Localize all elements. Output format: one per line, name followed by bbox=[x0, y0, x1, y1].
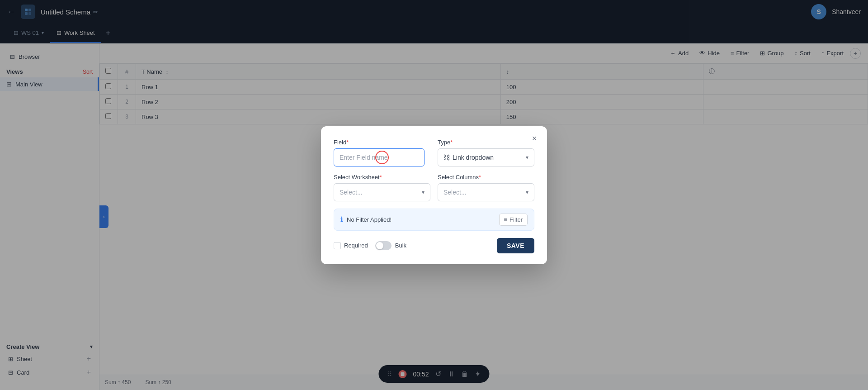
columns-select-group: Select Columns* Select... ▾ bbox=[438, 174, 534, 201]
type-chevron-icon: ▾ bbox=[526, 154, 528, 161]
required-checkbox-box[interactable] bbox=[334, 242, 341, 249]
field-required-asterisk: * bbox=[346, 139, 349, 146]
no-filter-message: No Filter Applied! bbox=[347, 216, 392, 223]
ws-required-asterisk: * bbox=[380, 174, 382, 181]
columns-chevron-icon: ▾ bbox=[526, 189, 528, 195]
modal-overlay[interactable]: × Field* Type* ⛓ Link dropdo bbox=[0, 0, 868, 390]
worksheet-label: Select Worksheet* bbox=[334, 174, 430, 181]
no-filter-text: ℹ No Filter Applied! bbox=[340, 215, 392, 224]
worksheet-dropdown[interactable]: Select... ▾ bbox=[334, 183, 430, 201]
field-label: Field* bbox=[334, 139, 430, 146]
modal-footer: Required Bulk SAVE bbox=[334, 238, 534, 253]
columns-dropdown[interactable]: Select... ▾ bbox=[438, 183, 534, 201]
save-button[interactable]: SAVE bbox=[497, 238, 534, 253]
worksheet-placeholder: Select... bbox=[340, 189, 363, 196]
worksheet-select-group: Select Worksheet* Select... ▾ bbox=[334, 174, 430, 201]
type-label: Type* bbox=[438, 139, 534, 146]
required-checkbox-label[interactable]: Required bbox=[334, 242, 368, 249]
link-dropdown-icon: ⛓ bbox=[443, 154, 450, 161]
bulk-toggle-switch[interactable] bbox=[375, 241, 392, 250]
filter-icon: ≡ bbox=[504, 216, 508, 223]
field-name-input[interactable] bbox=[334, 148, 425, 166]
columns-label: Select Columns* bbox=[438, 174, 534, 181]
type-select-group: Type* ⛓ Link dropdown ▾ bbox=[438, 139, 534, 166]
field-input-group: Field* bbox=[334, 139, 430, 166]
filter-apply-button[interactable]: ≡ Filter bbox=[499, 214, 528, 226]
no-filter-bar: ℹ No Filter Applied! ≡ Filter bbox=[334, 209, 534, 231]
toggle-thumb bbox=[376, 242, 383, 249]
type-value: Link dropdown bbox=[453, 154, 494, 161]
col-required-asterisk: * bbox=[479, 174, 481, 181]
modal-row-2: Select Worksheet* Select... ▾ Select Col… bbox=[334, 174, 534, 201]
required-text: Required bbox=[344, 242, 368, 249]
filter-btn-label: Filter bbox=[509, 216, 523, 223]
worksheet-chevron-icon: ▾ bbox=[422, 189, 425, 195]
bulk-label: Bulk bbox=[395, 242, 406, 249]
type-required-asterisk: * bbox=[450, 139, 453, 146]
info-icon: ℹ bbox=[340, 215, 343, 224]
columns-placeholder: Select... bbox=[443, 189, 467, 196]
modal-close-button[interactable]: × bbox=[528, 133, 541, 145]
type-dropdown[interactable]: ⛓ Link dropdown ▾ bbox=[438, 148, 534, 166]
modal-row-1: Field* Type* ⛓ Link dropdown ▾ bbox=[334, 139, 534, 166]
field-modal: × Field* Type* ⛓ Link dropdo bbox=[321, 126, 547, 264]
bulk-toggle-group: Bulk bbox=[375, 241, 406, 250]
